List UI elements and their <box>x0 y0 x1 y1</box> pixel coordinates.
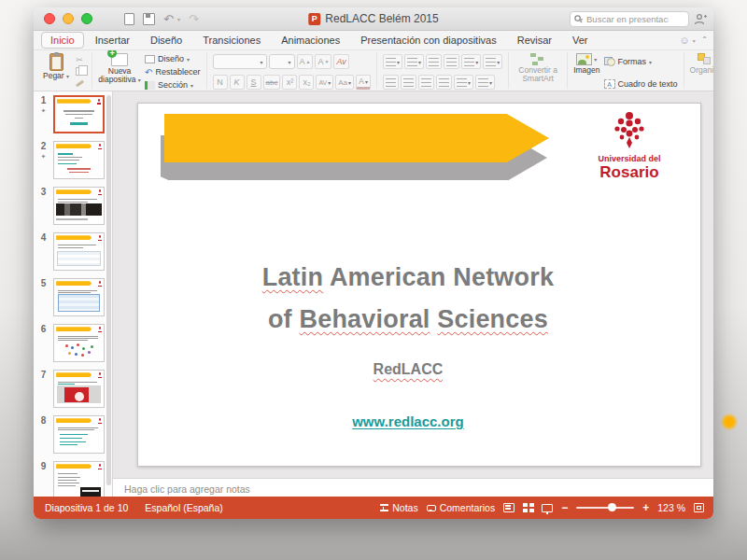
tab-animaciones[interactable]: Animaciones <box>272 32 349 49</box>
font-size-combo[interactable]: ▾ <box>269 54 295 69</box>
slide-thumbnail-2[interactable] <box>53 141 105 179</box>
zoom-slider-knob[interactable] <box>608 503 616 511</box>
slideshow-view-button[interactable] <box>542 504 553 512</box>
comments-toggle-button[interactable]: Comentarios <box>427 502 496 513</box>
share-person-icon[interactable] <box>694 13 707 25</box>
fit-slide-button[interactable] <box>694 503 704 512</box>
language-button[interactable]: Español (España) <box>145 502 222 513</box>
clear-format-button[interactable]: Av <box>333 54 348 69</box>
tab-revisar[interactable]: Revisar <box>508 32 561 49</box>
shapes-icon <box>604 57 615 66</box>
tab-transiciones[interactable]: Transiciones <box>193 32 270 49</box>
search-scope-caret-icon[interactable]: ▾ <box>580 16 583 22</box>
italic-button[interactable]: K <box>230 75 245 90</box>
text-direction-button[interactable]: ▾ <box>454 75 473 90</box>
line-spacing-button[interactable]: ▾ <box>461 54 481 69</box>
tab-insertar[interactable]: Insertar <box>86 32 139 49</box>
align-center-button[interactable] <box>401 75 416 90</box>
notes-toggle-button[interactable]: Notas <box>380 502 417 513</box>
line-spacing-caret-icon: ▾ <box>475 59 478 65</box>
bold-button[interactable]: N <box>213 75 228 90</box>
shapes-caret-icon: ▾ <box>649 59 652 65</box>
feedback-smiley-icon[interactable]: ☺ <box>679 35 689 46</box>
slide-thumbnail-4[interactable] <box>53 232 105 271</box>
bullets-button[interactable]: ▾ <box>383 54 402 69</box>
slide-subtitle[interactable]: RedLACC <box>138 361 678 378</box>
new-slide-button[interactable]: Nueva diapositiva ▾ <box>98 53 141 85</box>
char-spacing-button[interactable]: AV▾ <box>316 75 333 90</box>
align-right-button[interactable] <box>418 75 434 90</box>
slide-thumbnail-panel: 1✦ 2✦ <box>34 91 113 497</box>
tab-presentacion[interactable]: Presentación con diapositivas <box>351 32 506 49</box>
search-input[interactable] <box>585 13 670 25</box>
shapes-button[interactable]: Formas▾ <box>604 57 678 66</box>
powerpoint-window: ↶ ▾ ↷ P RedLACC Belém 2015 ▾ Inicio Inse… <box>34 7 713 519</box>
strikethrough-button[interactable]: abc <box>263 75 281 90</box>
slide-thumbnail-6[interactable] <box>53 324 105 362</box>
slide-title[interactable]: Latin American Network of Behavioral Sci… <box>138 257 678 341</box>
zoom-in-button[interactable]: + <box>642 503 649 512</box>
decrease-indent-button[interactable] <box>426 54 442 69</box>
slide-thumbnail-1[interactable] <box>53 95 105 133</box>
pointer-highlight-dot <box>721 413 738 430</box>
ribbon: Pegar ▾ ✂ Nueva diapositiva ▾ Diseño▾ ↶R… <box>34 50 713 91</box>
minimize-button[interactable] <box>63 13 74 24</box>
increase-indent-button[interactable] <box>444 54 459 69</box>
ribbon-tab-bar: Inicio Insertar Diseño Transiciones Anim… <box>34 31 713 50</box>
new-slide-icon <box>111 53 128 66</box>
font-color-button[interactable]: A▾ <box>356 75 371 90</box>
shrink-font-button[interactable]: A▼ <box>315 54 331 69</box>
slide-thumbnail-9[interactable] <box>53 461 105 497</box>
align-left-button[interactable] <box>383 75 399 90</box>
fullscreen-button[interactable] <box>81 13 92 24</box>
zoom-level-label[interactable]: 123 % <box>657 502 685 513</box>
arrange-button[interactable]: ▾ Organizar <box>690 53 713 75</box>
align-text-button[interactable]: ▾ <box>475 75 495 90</box>
columns-button[interactable]: ▾ <box>483 54 502 69</box>
smartart-group: Convertir a SmartArt <box>509 52 568 89</box>
thumbnail-scrollbar[interactable] <box>106 95 111 485</box>
columns-icon <box>486 58 496 66</box>
new-document-icon[interactable] <box>124 13 134 25</box>
slide-sorter-view-button[interactable] <box>523 503 533 512</box>
textbox-button[interactable]: ACuadro de texto <box>604 79 678 89</box>
banner-arrow-shape[interactable] <box>164 114 549 162</box>
undo-caret-icon[interactable]: ▾ <box>177 16 180 22</box>
tab-ver[interactable]: Ver <box>563 32 598 49</box>
numbering-button[interactable]: ▾ <box>404 54 424 69</box>
save-icon[interactable] <box>143 13 155 25</box>
slide-number: 1 <box>34 95 53 106</box>
thumbnail-row-5: 5 <box>34 278 112 317</box>
layout-button[interactable]: Diseño▾ <box>145 54 200 63</box>
picture-button[interactable]: ▾ Imagen <box>573 53 599 75</box>
slide-thumbnail-3[interactable] <box>53 187 105 225</box>
paste-button[interactable]: Pegar ▾ <box>43 53 69 81</box>
subscript-button[interactable]: x₂ <box>299 75 314 90</box>
tab-inicio[interactable]: Inicio <box>41 32 84 49</box>
convert-smartart-button[interactable]: Convertir a SmartArt <box>514 53 561 83</box>
slide-hyperlink[interactable]: www.redlacc.org <box>138 413 678 429</box>
grow-font-button[interactable]: A▲ <box>297 54 314 69</box>
reset-button[interactable]: ↶Restablecer <box>145 67 200 77</box>
underline-button[interactable]: S <box>247 75 261 90</box>
zoom-out-button[interactable]: − <box>561 503 568 512</box>
font-name-combo[interactable]: ▾ <box>213 54 267 69</box>
zoom-slider[interactable] <box>576 507 634 509</box>
superscript-button[interactable]: x² <box>282 75 297 90</box>
tab-diseno[interactable]: Diseño <box>141 32 191 49</box>
slide-thumbnail-7[interactable] <box>53 370 105 408</box>
slide-thumbnail-5[interactable] <box>53 278 105 316</box>
slide-thumbnail-8[interactable] <box>53 415 105 454</box>
collapse-ribbon-icon[interactable]: ˆ <box>703 35 706 46</box>
slide-canvas[interactable]: Universidad del Rosario Latin American N… <box>137 103 701 467</box>
justify-button[interactable] <box>436 75 452 90</box>
normal-view-button[interactable] <box>503 503 514 512</box>
change-case-button[interactable]: Aa▾ <box>335 75 354 90</box>
section-button[interactable]: Sección▾ <box>145 80 200 90</box>
search-box[interactable]: ▾ <box>570 11 689 27</box>
cut-icon: ✂ <box>73 54 86 64</box>
university-logo[interactable]: Universidad del Rosario <box>585 109 674 180</box>
close-button[interactable] <box>44 13 55 24</box>
undo-icon[interactable]: ↶ <box>163 13 174 25</box>
traffic-lights <box>44 13 92 24</box>
